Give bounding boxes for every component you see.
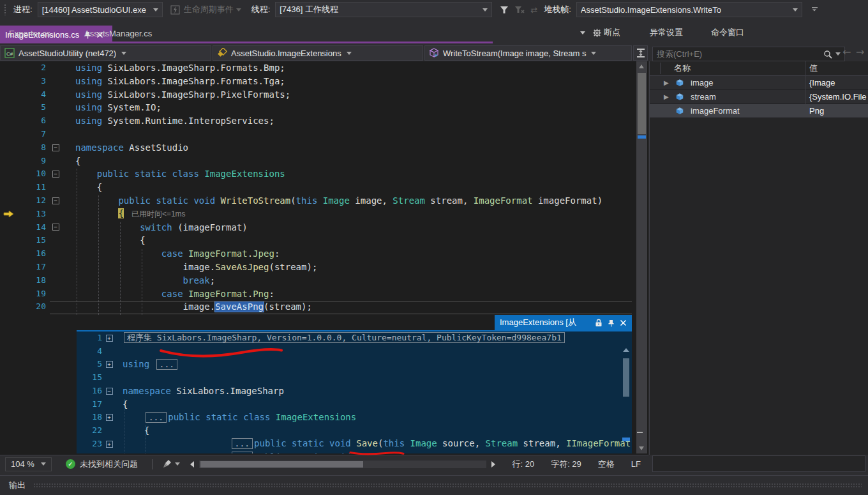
- chevron-down-icon[interactable]: [236, 8, 241, 11]
- search-input[interactable]: 搜索(Ctrl+E): [652, 47, 845, 61]
- thread-combo[interactable]: [7436] 工作线程: [275, 2, 492, 17]
- glyph-margin-cell: [0, 194, 18, 208]
- filter-funnel-x-icon[interactable]: [514, 6, 525, 14]
- column-value[interactable]: 值: [809, 63, 818, 74]
- code-line[interactable]: 8−namespace AssetStudio: [0, 141, 648, 155]
- locals-row-stream[interactable]: ▶stream{System.IO.File: [650, 90, 868, 104]
- code-line[interactable]: 9{: [0, 155, 648, 168]
- code-line[interactable]: 10− public static class ImageExtensions: [0, 167, 648, 181]
- code-line[interactable]: 16−namespace SixLabors.ImageSharp: [77, 385, 632, 398]
- magnifier-icon[interactable]: [823, 50, 832, 59]
- peek-tab[interactable]: ImageExtensions [从: [495, 315, 632, 330]
- locals-rows: ▶image{Image▶stream{System.IO.FileimageF…: [650, 76, 868, 118]
- code-line[interactable]: 17 image.SaveAsJpeg(stream);: [0, 261, 648, 274]
- broom-icon[interactable]: [163, 459, 180, 469]
- code-line[interactable]: 16 case ImageFormat.Jpeg:: [0, 247, 648, 261]
- scrollbar-thumb[interactable]: [200, 461, 363, 468]
- code-line[interactable]: 5+using ...: [77, 358, 632, 372]
- fold-toggle-icon[interactable]: +: [102, 414, 116, 421]
- fold-toggle-icon[interactable]: +: [102, 441, 116, 448]
- expand-triangle-icon[interactable]: ▶: [664, 79, 669, 86]
- code-line[interactable]: 3using SixLabors.ImageSharp.Formats.Tga;: [0, 75, 648, 88]
- scrollbar-thumb[interactable]: [623, 358, 629, 397]
- lifecycle-label[interactable]: 生命周期事件: [184, 4, 234, 15]
- tab-exporter-cs[interactable]: Exporter.cs: [0, 26, 59, 42]
- scroll-up-icon[interactable]: [623, 348, 629, 352]
- fold-toggle-icon[interactable]: −: [46, 171, 65, 178]
- code-line[interactable]: 4: [77, 345, 632, 358]
- fold-toggle-icon[interactable]: −: [46, 224, 65, 231]
- code-line[interactable]: 23+ ...public static void Save(this Imag…: [77, 438, 632, 451]
- fold-toggle-icon[interactable]: +: [102, 335, 116, 342]
- fold-toggle-icon[interactable]: −: [102, 388, 116, 395]
- tab-list-chevron-icon[interactable]: [580, 31, 586, 35]
- column-splitter[interactable]: [805, 61, 805, 118]
- peek-editor[interactable]: 1+程序集 SixLabors.ImageSharp, Version=1.0.…: [77, 330, 632, 453]
- code-line[interactable]: 15 {: [0, 234, 648, 247]
- close-icon[interactable]: [620, 319, 627, 326]
- code-line[interactable]: 14− switch (imageFormat): [0, 221, 648, 234]
- output-toolwindow-bar[interactable]: 输出: [0, 475, 868, 495]
- swap-arrows-icon[interactable]: ⇄: [530, 5, 537, 15]
- code-line[interactable]: 7: [0, 128, 648, 141]
- gear-icon[interactable]: [592, 28, 602, 38]
- spaces-indicator[interactable]: 空格: [598, 459, 615, 470]
- locals-row-imageFormat[interactable]: imageFormatPng: [650, 104, 868, 118]
- document-health[interactable]: ✓ 未找到相关问题: [66, 459, 138, 470]
- fold-toggle-icon[interactable]: −: [46, 197, 65, 204]
- lifecycle-events-icon[interactable]: [170, 5, 180, 15]
- zoom-dropdown[interactable]: 104 %: [5, 457, 52, 471]
- tool-tab-0[interactable]: 断点: [604, 27, 620, 38]
- code-line[interactable]: 13 {已用时间<=1ms: [0, 208, 648, 221]
- code-line[interactable]: 17{: [77, 398, 632, 411]
- code-line[interactable]: 15: [77, 371, 632, 385]
- chevron-down-icon[interactable]: [835, 52, 841, 56]
- scroll-right-icon[interactable]: [491, 461, 495, 468]
- tab-assetsmanager-cs[interactable]: AssetsManager.cs: [75, 26, 161, 42]
- scroll-left-icon[interactable]: [190, 461, 194, 468]
- scroll-down-icon[interactable]: [639, 446, 644, 450]
- fold-toggle-icon[interactable]: −: [46, 144, 65, 151]
- code-line[interactable]: 6using System.Runtime.InteropServices;: [0, 114, 648, 128]
- forward-arrow-icon[interactable]: →: [856, 46, 864, 58]
- line-number: 4: [18, 88, 46, 102]
- toolbar-grip[interactable]: [4, 4, 7, 15]
- code-line[interactable]: 18+ ...public static class ImageExtensio…: [77, 411, 632, 425]
- code-line[interactable]: 2using SixLabors.ImageSharp.Formats.Bmp;: [0, 61, 648, 75]
- project-dropdown[interactable]: C# AssetStudioUtility (net472): [0, 45, 211, 61]
- line-ending-indicator[interactable]: LF: [631, 459, 641, 469]
- column-name[interactable]: 名称: [650, 63, 691, 74]
- code-text: ...public static void Save(this Image so…: [116, 437, 632, 451]
- tool-tab-1[interactable]: 异常设置: [650, 27, 683, 38]
- tool-tab-2[interactable]: 命令窗口: [711, 27, 744, 38]
- peek-scrollbar[interactable]: [622, 348, 631, 453]
- code-line[interactable]: + ...public static void Save(this Image …: [77, 451, 632, 453]
- pin-icon[interactable]: [607, 319, 615, 327]
- stackframe-combo[interactable]: AssetStudio.ImageExtensions.WriteTo: [576, 2, 802, 17]
- line-indicator[interactable]: 行: 20: [512, 459, 534, 470]
- fold-toggle-icon[interactable]: +: [102, 361, 116, 368]
- code-line[interactable]: 19 case ImageFormat.Png:: [0, 287, 648, 301]
- back-arrow-icon[interactable]: ←: [842, 46, 851, 58]
- process-combo[interactable]: [14460] AssetStudioGUI.exe: [38, 2, 163, 17]
- code-line[interactable]: 22 {: [77, 424, 632, 438]
- scrollbar-thumb[interactable]: [638, 73, 646, 134]
- code-line[interactable]: 1+程序集 SixLabors.ImageSharp, Version=1.0.…: [77, 331, 632, 345]
- locals-row-image[interactable]: ▶image{Image: [650, 76, 868, 90]
- toolbar-overflow-icon[interactable]: [811, 6, 818, 13]
- scroll-up-icon[interactable]: [639, 65, 644, 68]
- expand-triangle-icon[interactable]: ▶: [664, 93, 669, 100]
- char-indicator[interactable]: 字符: 29: [551, 459, 581, 470]
- code-line[interactable]: 4using SixLabors.ImageSharp.PixelFormats…: [0, 88, 648, 102]
- code-line[interactable]: 18 break;: [0, 274, 648, 287]
- code-line[interactable]: 5using System.IO;: [0, 101, 648, 114]
- filter-funnel-icon[interactable]: [500, 6, 509, 14]
- code-line[interactable]: 11 {: [0, 181, 648, 194]
- code-text: {: [116, 424, 149, 438]
- horizontal-scrollbar[interactable]: [199, 461, 487, 468]
- member-dropdown[interactable]: WriteToStream(Image image, Stream s: [424, 45, 632, 61]
- editor-vertical-scrollbar[interactable]: [636, 61, 647, 453]
- type-dropdown[interactable]: AssetStudio.ImageExtensions: [213, 45, 423, 61]
- split-editor-icon[interactable]: [633, 45, 648, 61]
- code-line[interactable]: 12− public static void WriteToStream(thi…: [0, 194, 648, 208]
